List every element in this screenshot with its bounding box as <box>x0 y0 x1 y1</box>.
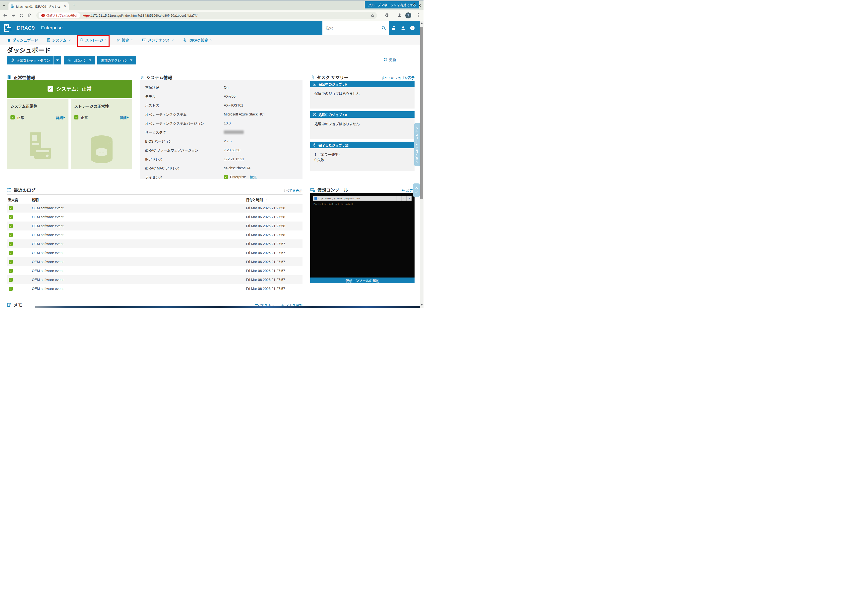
nav-item-idrac-settings[interactable]: iDRAC 設定 <box>183 37 212 43</box>
console-settings-link[interactable]: 設定 <box>406 188 413 193</box>
main-nav: ダッシュボード システム ストレージ 設定 メンテナンス iDRAC 設定 <box>0 35 424 45</box>
health-info-icon <box>7 75 11 80</box>
product-divider <box>38 25 38 31</box>
unlock-icon[interactable] <box>391 26 396 31</box>
col-datetime[interactable]: 日付と時刻 <box>246 197 267 202</box>
severity-ok-icon: ✓ <box>9 287 13 291</box>
console-minimize-icon: – <box>397 196 401 200</box>
log-row: ✓ OEM software event. Fri Mar 06 2026 21… <box>7 266 302 275</box>
nav-item-dashboard[interactable]: ダッシュボード <box>7 37 38 43</box>
console-close-icon: × <box>407 196 412 200</box>
nav-item-maintenance[interactable]: メンテナンス <box>142 37 174 43</box>
console-message: Press Ctrl-Alt-Del to unlock <box>313 203 353 205</box>
server-nav-icon <box>47 38 50 42</box>
forward-icon[interactable] <box>11 13 16 18</box>
maintenance-nav-icon <box>142 38 146 42</box>
page-title: ダッシュボード <box>7 45 50 54</box>
storage-health-details-link[interactable]: 詳細 <box>120 115 129 120</box>
search-input[interactable] <box>325 26 379 30</box>
search-icon[interactable] <box>381 26 386 30</box>
bookmark-star-icon[interactable] <box>370 13 375 18</box>
more-actions-button[interactable]: 追加のアクション <box>97 56 136 65</box>
system-health-details-link[interactable]: 詳細 <box>56 115 65 120</box>
console-window-icon <box>314 197 317 200</box>
downloads-icon[interactable] <box>397 13 402 18</box>
completed-jobs-body: 1 （エラー発生） 0 失敗 <box>310 148 415 171</box>
extensions-puzzle-icon[interactable] <box>385 13 389 18</box>
log-row: ✓ OEM software event. Fri Mar 06 2026 21… <box>7 275 302 284</box>
log-row: ✓ OEM software event. Fri Mar 06 2026 21… <box>7 203 302 212</box>
shutdown-dropdown-toggle[interactable] <box>54 56 61 65</box>
banner-label: システム：正常 <box>56 85 92 92</box>
home-icon[interactable] <box>27 13 32 18</box>
pending-jobs-bar: 保留中のジョブ : 0 <box>310 81 415 87</box>
toolbar-divider <box>393 13 393 18</box>
product-label: iDRAC9 <box>15 25 35 31</box>
console-settings-gear-icon <box>401 189 405 192</box>
chevron-down-icon <box>210 38 212 41</box>
nav-item-system[interactable]: システム <box>47 37 71 43</box>
url-bar[interactable]: ✕ 保護されていない通信 https://172.21.15.21/restgu… <box>36 12 377 19</box>
help-feedback-tab[interactable]: ヘルプとフィードバック <box>414 123 420 166</box>
help-icon[interactable]: ? <box>410 25 415 31</box>
edition-label: Enterprise <box>41 25 63 31</box>
log-row: ✓ OEM software event. Fri Mar 06 2026 21… <box>7 239 302 248</box>
profile-avatar[interactable]: S <box>405 12 411 18</box>
arrow-right-icon <box>127 116 129 118</box>
completed-jobs-bar: 完了したジョブ : 23 <box>310 141 415 148</box>
chevron-down-icon <box>415 191 418 194</box>
caret-down-icon <box>56 59 59 61</box>
caret-down-icon <box>89 59 91 61</box>
scrollbar-down-icon[interactable] <box>421 304 423 306</box>
url-text: https://172.21.15.21/restgui/index.html?… <box>83 14 198 18</box>
new-tab-button[interactable]: + <box>73 3 75 8</box>
storage-nav-icon <box>80 38 83 42</box>
tab-search-chevron-icon[interactable] <box>3 4 6 7</box>
running-jobs-body: 処理中のジョブはありません <box>310 118 415 139</box>
license-edit-link[interactable]: 編集 <box>250 174 257 180</box>
log-row: ✓ OEM software event. Fri Mar 06 2026 21… <box>7 257 302 266</box>
security-warning-label: 保護されていない通信 <box>46 13 77 18</box>
idrac-dashboard-window: idrac-host01 - iDRAC9 - ダッシュ ✕ + ✕ 保護されて… <box>0 0 424 308</box>
system-info-rows: 電源状況 On モデル AX-760 ホスト名 AX-HOST01 オペレーティ… <box>140 83 302 172</box>
severity-ok-icon: ✓ <box>9 215 13 219</box>
back-icon[interactable] <box>3 13 7 18</box>
severity-ok-icon: ✓ <box>9 206 13 210</box>
system-info-row: iDRAC ファームウェアバージョン 7.20.60.50 <box>140 146 302 155</box>
tab-close-icon[interactable]: ✕ <box>64 5 66 8</box>
rail-scroll-tab[interactable] <box>413 183 420 197</box>
led-on-button[interactable]: LEDオン <box>64 56 95 65</box>
pending-jobs-icon <box>313 83 316 86</box>
nav-item-storage[interactable]: ストレージ <box>80 37 108 43</box>
logs-table-header: 重大度 説明 日付と時刻 <box>7 197 302 203</box>
chevron-up-icon <box>415 187 418 189</box>
idrac-header: iDRAC9 Enterprise ? <box>0 21 424 35</box>
home-nav-icon <box>7 38 11 42</box>
scrollbar-thumb[interactable] <box>420 27 423 199</box>
bottom-banner-strip <box>35 306 420 308</box>
server-illustration <box>7 133 68 165</box>
virtual-console-preview[interactable]: C:\WINDOWS\system32\LogonUI.exe – □ × Pr… <box>310 193 415 277</box>
logs-view-all-link[interactable]: すべてを表示 <box>283 189 302 193</box>
security-warning-chip[interactable]: ✕ 保護されていない通信 <box>38 12 80 18</box>
browser-menu-kebab-icon[interactable] <box>416 12 420 18</box>
severity-ok-icon: ✓ <box>9 269 13 273</box>
refresh-link[interactable]: 更新 <box>384 57 396 62</box>
pin-icon[interactable] <box>411 2 416 7</box>
system-health-banner: ✓ システム：正常 <box>7 80 132 98</box>
user-icon[interactable] <box>401 26 406 31</box>
chevron-down-icon <box>105 38 108 41</box>
not-secure-icon: ✕ <box>41 14 45 17</box>
graceful-shutdown-button[interactable]: 正常なシャットダウン <box>7 56 53 65</box>
running-jobs-bar: 処理中のジョブ : 0 <box>310 111 415 118</box>
scrollbar-up-icon[interactable] <box>421 22 423 24</box>
reload-icon[interactable] <box>19 13 24 18</box>
launch-virtual-console-button[interactable]: 仮想コンソールの起動 <box>310 277 415 283</box>
view-all-jobs-link[interactable]: すべてのジョブを表示 <box>381 76 415 80</box>
led-sun-icon <box>67 58 71 62</box>
log-row: ✓ OEM software event. Fri Mar 06 2026 21… <box>7 212 302 221</box>
browser-tab[interactable]: idrac-host01 - iDRAC9 - ダッシュ ✕ <box>9 2 69 10</box>
browser-toolbar: ✕ 保護されていない通信 https://172.21.15.21/restgu… <box>0 10 424 21</box>
dashboard-actions: 正常なシャットダウン LEDオン 追加のアクション <box>7 56 136 65</box>
nav-item-settings[interactable]: 設定 <box>116 37 133 43</box>
